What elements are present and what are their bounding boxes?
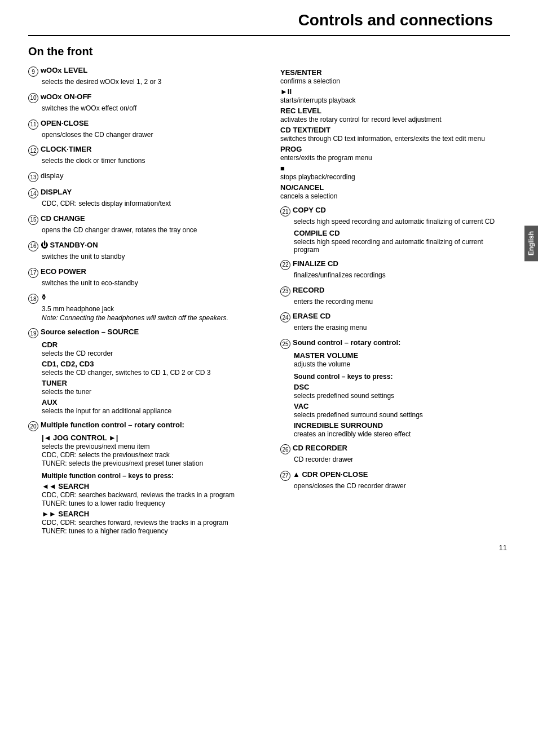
- item-desc-12: selects the clock or timer functions: [42, 156, 258, 166]
- item-20-search-back-desc1: CDC, CDR: searches backward, reviews the…: [42, 491, 258, 499]
- item-11: 11 OPEN·CLOSE opens/closes the CD change…: [28, 119, 258, 140]
- item-20-jog-desc2: CDC, CDR: selects the previous/next trac…: [42, 451, 258, 459]
- item-desc-11: opens/closes the CD changer drawer: [42, 130, 258, 140]
- item-20-search-fwd-label: ►► SEARCH: [42, 510, 258, 518]
- item-desc-21: selects high speed recording and automat…: [294, 217, 510, 227]
- divider: [28, 35, 510, 36]
- item-20: 20 Multiple function control – rotary co…: [28, 421, 258, 535]
- item-20-jog-desc3: TUNER: selects the previous/next preset …: [42, 459, 258, 467]
- item-20-search-back-desc2: TUNER: tunes to a lower radio frequency: [42, 499, 258, 507]
- item-title-25: Sound control – rotary control:: [293, 338, 400, 347]
- item-19: 19 Source selection – SOURCE CDR selects…: [28, 328, 258, 415]
- page-number: 11: [499, 543, 507, 552]
- compile-cd-desc: selects high speed recording and automat…: [294, 238, 510, 254]
- item-12: 12 CLOCK·TIMER selects the clock or time…: [28, 145, 258, 166]
- item-19-aux-desc: selects the input for an additional appl…: [42, 407, 258, 415]
- dsc-desc: selects predefined sound settings: [294, 392, 510, 400]
- item-num-26: 26: [280, 444, 290, 454]
- item-num-12: 12: [28, 145, 38, 156]
- item-desc-22: finalizes/unfinalizes recordings: [294, 271, 510, 280]
- item-num-19: 19: [28, 328, 38, 338]
- item-desc-10: switches the wOOx effect on/off: [42, 104, 258, 113]
- item-desc-15: opens the CD changer drawer, rotates the…: [42, 226, 258, 235]
- sound-keys-title: Sound control – keys to press:: [294, 373, 510, 381]
- item-desc-27: opens/closes the CD recorder drawer: [294, 481, 510, 491]
- item-13: 13 display: [28, 171, 258, 182]
- item-desc-18a: 3.5 mm headphone jack: [42, 304, 258, 314]
- section-title: On the front: [28, 45, 510, 58]
- rec-level-label: REC LEVEL: [280, 107, 510, 115]
- incredible-surround-label: INCREDIBLE SURROUND: [294, 421, 510, 430]
- rec-level-desc: activates the rotary control for record …: [280, 116, 510, 123]
- stop-label: ■: [280, 164, 510, 173]
- item-10: 10 wOOx ON·OFF switches the wOOx effect …: [28, 92, 258, 113]
- item-title-9: wOOx LEVEL: [41, 66, 87, 74]
- item-num-13: 13: [28, 172, 38, 182]
- item-title-12: CLOCK·TIMER: [41, 145, 91, 153]
- vac-desc: selects predefined surround sound settin…: [294, 411, 510, 419]
- item-20-search-back-label: ◄◄ SEARCH: [42, 482, 258, 490]
- content-columns: 9 wOOx LEVEL selects the desired wOOx le…: [28, 66, 510, 541]
- item-num-22: 22: [280, 260, 290, 270]
- item-title-17: ECO POWER: [41, 267, 86, 276]
- item-title-23: RECORD: [293, 286, 324, 294]
- right-column: YES/ENTER confirms a selection ►II start…: [280, 66, 510, 541]
- item-title-10: wOOx ON·OFF: [41, 92, 91, 101]
- item-num-15: 15: [28, 215, 38, 225]
- item-23: 23 RECORD enters the recording menu: [280, 286, 510, 307]
- item-25: 25 Sound control – rotary control: MASTE…: [280, 338, 510, 438]
- item-title-22: FINALIZE CD: [293, 259, 338, 268]
- item-num-9: 9: [28, 67, 38, 77]
- item-title-15: CD CHANGE: [41, 214, 85, 223]
- item-num-17: 17: [28, 268, 38, 278]
- incredible-surround-desc: creates an incredibly wide stereo effect: [294, 430, 510, 438]
- cd-text-desc: switches through CD text information, en…: [280, 135, 510, 143]
- item-20-search-fwd-desc2: TUNER: tunes to a higher radio frequency: [42, 527, 258, 535]
- item-26: 26 CD RECORDER CD recorder drawer: [280, 444, 510, 465]
- item-title-19: Source selection – SOURCE: [41, 328, 139, 336]
- item-20-keys-title: Multiple function control – keys to pres…: [42, 472, 258, 480]
- item-title-11: OPEN·CLOSE: [41, 119, 89, 127]
- prog-label: PROG: [280, 145, 510, 153]
- item-num-20: 20: [28, 421, 38, 431]
- item-desc-24: enters the erasing menu: [294, 323, 510, 333]
- item-desc-18b: Note: Connecting the headphones will swi…: [42, 314, 258, 322]
- item-num-27: 27: [280, 471, 290, 481]
- page: Controls and connections On the front 9 …: [0, 0, 538, 563]
- yes-enter-desc: confirms a selection: [280, 77, 510, 85]
- item-title-18: ⚱: [41, 293, 47, 302]
- item-title-13: display: [41, 171, 63, 180]
- item-num-21: 21: [280, 206, 290, 216]
- item-desc-17: switches the unit to eco-standby: [42, 278, 258, 288]
- item-19-cdr-desc: selects the CD recorder: [42, 350, 258, 357]
- item-19-cdr-label: CDR: [42, 341, 258, 349]
- play-pause-desc: starts/interrupts playback: [280, 96, 510, 104]
- item-desc-23: enters the recording menu: [294, 297, 510, 307]
- master-volume-desc: adjusts the volume: [294, 360, 510, 368]
- item-19-tuner-desc: selects the tuner: [42, 388, 258, 396]
- item-title-26: CD RECORDER: [293, 444, 347, 452]
- item-16: 16 ⏻ STANDBY·ON switches the unit to sta…: [28, 241, 258, 262]
- item-9: 9 wOOx LEVEL selects the desired wOOx le…: [28, 66, 258, 87]
- stop-desc: stops playback/recording: [280, 173, 510, 181]
- item-title-14: DISPLAY: [41, 188, 72, 196]
- right-top-group: YES/ENTER confirms a selection ►II start…: [280, 68, 510, 200]
- item-desc-14: CDC, CDR: selects display information/te…: [42, 199, 258, 209]
- prog-desc: enters/exits the program menu: [280, 154, 510, 162]
- item-num-11: 11: [28, 120, 38, 130]
- item-title-27: ▲ CDR OPEN·CLOSE: [293, 470, 368, 479]
- item-19-tuner-label: TUNER: [42, 379, 258, 387]
- item-18: 18 ⚱ 3.5 mm headphone jack Note: Connect…: [28, 293, 258, 322]
- item-20-jog-label: |◄ JOG CONTROL ►|: [42, 434, 258, 442]
- item-15: 15 CD CHANGE opens the CD changer drawer…: [28, 214, 258, 235]
- no-cancel-desc: cancels a selection: [280, 192, 510, 200]
- dsc-label: DSC: [294, 383, 510, 391]
- item-num-14: 14: [28, 188, 38, 198]
- item-24: 24 ERASE CD enters the erasing menu: [280, 312, 510, 333]
- item-num-25: 25: [280, 339, 290, 349]
- page-title: Controls and connections: [28, 11, 510, 29]
- language-tab: English: [524, 226, 538, 261]
- cd-text-label: CD TEXT/EDIT: [280, 126, 510, 134]
- item-desc-16: switches the unit to standby: [42, 252, 258, 262]
- item-num-10: 10: [28, 93, 38, 103]
